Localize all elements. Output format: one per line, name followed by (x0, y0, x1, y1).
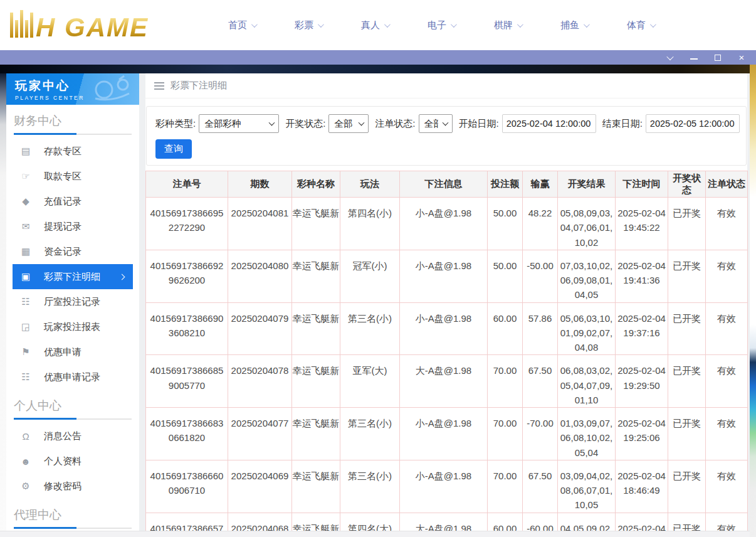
table-cell: 05,06,03,10,01,09,02,07,04,08 (558, 302, 616, 355)
top-header: H GAME 首页彩票真人电子棋牌捕鱼体育 (0, 0, 756, 50)
breadcrumb: 彩票下注明细 (145, 73, 747, 98)
sidebar-item-label: 玩家投注报表 (44, 321, 100, 333)
table-header-row: 注单号期数彩种名称玩法下注信息投注额输赢开奖结果下注时间开奖状态注单状态 (146, 171, 748, 198)
filter-panel: 彩种类型: 全部彩种 开奖状态: 全部 注单状态: 全部 开始日期: 结束日期: (146, 106, 747, 166)
nav-item-label: 棋牌 (494, 19, 513, 31)
sidebar-item-label: 优惠申请 (44, 346, 81, 358)
sidebar-item-withdraw[interactable]: ☞取款专区 (13, 164, 133, 189)
chevron-down-icon (318, 21, 324, 28)
lottery-type-select[interactable]: 全部彩种 (199, 114, 279, 133)
nav-item-sports[interactable]: 体育 (627, 19, 654, 31)
sidebar-item-change-password[interactable]: ⚙修改密码 (13, 474, 133, 499)
chevron-right-icon (119, 274, 125, 280)
table-cell: 2025-02-04 18:46:49 (616, 460, 668, 513)
nav-item-lottery[interactable]: 彩票 (295, 19, 322, 31)
table-row: 40156917386690360821020250204079幸运飞艇新第三名… (146, 302, 748, 355)
sidebar-item-funds-records[interactable]: ▦资金记录 (13, 239, 133, 264)
column-header: 输赢 (523, 171, 558, 198)
sidebar-item-label: 修改密码 (44, 481, 81, 492)
table-cell: 小-A盘@1.98 (400, 408, 488, 460)
nav-item-chess[interactable]: 棋牌 (494, 19, 522, 31)
table-cell: 第三名(小) (340, 408, 400, 460)
horizontal-scrollbar[interactable] (0, 531, 756, 537)
sidebar-item-hall-bets[interactable]: ☷厅室投注记录 (13, 289, 133, 314)
menu-icon[interactable] (154, 82, 164, 90)
table-cell: 70.00 (488, 408, 523, 460)
maximize-icon (715, 55, 721, 61)
sidebar-item-player-report[interactable]: ◲玩家投注报表 (13, 314, 133, 339)
nav-item-live[interactable]: 真人 (361, 19, 389, 31)
gamepad-graphic (88, 75, 137, 104)
chevron-down-icon (384, 21, 391, 28)
sidebar-item-label: 资金记录 (44, 246, 81, 258)
end-date-input[interactable] (646, 114, 740, 133)
window-maximize-button[interactable] (713, 53, 722, 62)
chevron-down-icon (451, 21, 457, 28)
column-header: 下注时间 (616, 171, 668, 198)
table-cell: 20250204080 (228, 250, 292, 302)
table-row: 40156917386683066182020250204077幸运飞艇新第三名… (146, 408, 748, 460)
table-cell: 401569173866600906710 (146, 460, 228, 513)
sidebar-item-label: 存款专区 (44, 146, 81, 157)
table-cell: 67.50 (523, 355, 558, 408)
sidebar-sections: 财务中心▤存款专区☞取款专区◆充值记录✉提现记录▦资金记录▣彩票下注明细☷厅室投… (6, 105, 139, 537)
sidebar-item-announcements[interactable]: Ω消息公告 (13, 423, 133, 449)
sidebar-item-promo-apply[interactable]: ⚑优惠申请 (13, 339, 133, 364)
table-cell: 401569173866903608210 (146, 302, 228, 355)
sidebar-item-profile[interactable]: ☻个人资料 (13, 449, 133, 474)
table-cell: 小-A盘@1.98 (400, 198, 488, 250)
order-status-select[interactable]: 全部 (419, 114, 453, 133)
column-header: 注单状态 (706, 171, 748, 198)
table-cell: 冠军(小) (340, 250, 400, 302)
lottery-type-label: 彩种类型: (155, 118, 196, 130)
sidebar-item-lottery-bets[interactable]: ▣彩票下注明细 (13, 264, 133, 289)
section-underline (14, 418, 132, 420)
column-header: 期数 (228, 171, 292, 198)
sidebar-item-withdrawal-records[interactable]: ✉提现记录 (13, 214, 133, 239)
nav-item-slots[interactable]: 电子 (428, 19, 455, 31)
chevron-down-icon (517, 21, 523, 28)
gear-icon: ⚙ (20, 481, 31, 492)
nav-item-fishing[interactable]: 捕鱼 (560, 19, 588, 31)
chevron-down-icon (584, 21, 590, 28)
deposit-card-icon: ▤ (20, 146, 31, 157)
sidebar-item-promo-records[interactable]: ☷优惠申请记录 (13, 364, 133, 390)
nav-item-home[interactable]: 首页 (228, 19, 256, 31)
page-title: 彩票下注明细 (171, 80, 227, 92)
table-cell: 70.00 (488, 355, 523, 408)
chevron-down-icon (650, 21, 656, 28)
column-header: 投注额 (488, 171, 523, 198)
start-date-label: 开始日期: (459, 118, 499, 130)
chevron-down-icon (666, 53, 673, 60)
report-chart-icon: ◲ (20, 321, 31, 332)
withdraw-hand-icon: ☞ (20, 171, 31, 182)
column-header: 彩种名称 (292, 171, 340, 198)
order-status-label: 注单状态: (375, 118, 415, 130)
start-date-input[interactable] (502, 114, 596, 133)
table-cell: 07,03,10,02,06,09,08,01,04,05 (558, 250, 616, 302)
sidebar-item-deposit[interactable]: ▤存款专区 (13, 139, 133, 164)
left-edge-background (0, 73, 6, 537)
draw-status-select[interactable]: 全部 (328, 114, 369, 133)
sidebar-item-label: 提现记录 (44, 221, 81, 233)
nav-item-label: 首页 (228, 19, 247, 31)
window-close-button[interactable]: × (737, 53, 746, 62)
window-collapse-button[interactable] (666, 53, 675, 62)
app-window: H GAME 首页彩票真人电子棋牌捕鱼体育 × 玩家中心 PLAYERS CEN… (0, 0, 756, 537)
nav-item-label: 捕鱼 (560, 19, 579, 31)
content-region: 玩家中心 PLAYERS CENTER 财务中心▤存款专区☞取款专区◆充值记录✉… (0, 73, 756, 537)
table-cell: 01,03,09,07,06,08,10,02,05,04 (558, 408, 616, 460)
table-cell: 幸运飞艇新 (292, 302, 340, 355)
table-cell: 401569173866830661820 (146, 408, 228, 460)
column-header: 开奖结果 (558, 171, 616, 198)
table-cell: -70.00 (523, 408, 558, 460)
draw-status-select-wrap: 全部 (328, 114, 369, 133)
sidebar-item-label: 优惠申请记录 (44, 371, 100, 383)
search-button[interactable]: 查询 (155, 139, 192, 159)
window-minimize-button[interactable] (690, 53, 698, 62)
sidebar-item-label: 厅室投注记录 (44, 296, 100, 308)
table-cell: 有效 (706, 408, 748, 460)
sidebar-item-recharge-records[interactable]: ◆充值记录 (13, 189, 133, 214)
table-cell: 50.00 (488, 198, 523, 250)
nav-item-label: 真人 (361, 19, 380, 31)
